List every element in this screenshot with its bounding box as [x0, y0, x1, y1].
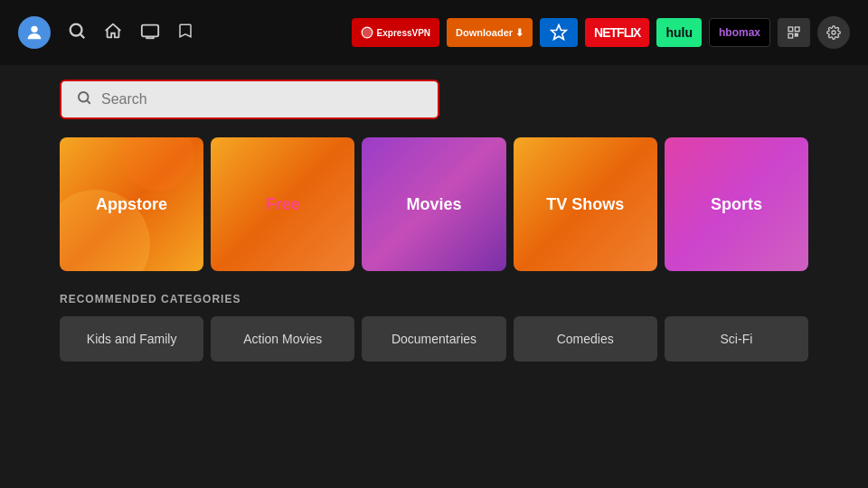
- tile-tvshows[interactable]: TV Shows: [514, 137, 657, 271]
- svg-rect-3: [142, 24, 158, 36]
- recommended-items-list: Kids and Family Action Movies Documentar…: [60, 316, 808, 361]
- svg-point-15: [79, 92, 89, 102]
- rec-documentaries-label: Documentaries: [392, 332, 476, 346]
- tv-icon[interactable]: [139, 21, 161, 45]
- cyber-badge[interactable]: [540, 18, 578, 47]
- search-input[interactable]: [101, 91, 423, 108]
- recommended-categories-section: RECOMMENDED CATEGORIES Kids and Family A…: [60, 293, 808, 361]
- app-shortcuts: ExpressVPN Downloader ⬇ NETFLIX hulu hbo…: [352, 16, 850, 49]
- downloader-label: Downloader ⬇: [456, 27, 524, 39]
- svg-rect-9: [788, 27, 793, 32]
- rec-action-movies-label: Action Movies: [243, 332, 322, 346]
- rec-comedies[interactable]: Comedies: [514, 316, 657, 361]
- tile-sports[interactable]: Sports: [665, 137, 808, 271]
- tile-movies[interactable]: Movies: [362, 137, 505, 271]
- expressvpn-label: ExpressVPN: [377, 28, 430, 38]
- search-bar-container[interactable]: [60, 80, 439, 119]
- rec-scifi[interactable]: Sci-Fi: [665, 316, 808, 361]
- home-icon[interactable]: [103, 21, 123, 45]
- category-tiles: Appstore Free Movies TV Shows Sports: [60, 137, 808, 271]
- search-icon: [76, 89, 92, 110]
- tile-free-label: Free: [266, 195, 300, 214]
- tile-appstore[interactable]: Appstore: [60, 137, 203, 271]
- hbomax-label: hbomax: [719, 26, 760, 39]
- svg-rect-11: [788, 33, 793, 38]
- main-content: Appstore Free Movies TV Shows Sports REC…: [0, 65, 868, 376]
- svg-rect-10: [795, 27, 799, 32]
- tile-free[interactable]: Free: [211, 137, 354, 271]
- rec-action-movies[interactable]: Action Movies: [211, 316, 354, 361]
- svg-line-2: [80, 34, 84, 38]
- rec-kids-family-label: Kids and Family: [87, 332, 177, 346]
- tile-appstore-label: Appstore: [96, 195, 167, 214]
- svg-point-14: [832, 31, 835, 34]
- downloader-badge[interactable]: Downloader ⬇: [447, 18, 533, 47]
- tile-movies-label: Movies: [406, 195, 461, 214]
- bookmark-icon[interactable]: [177, 21, 193, 45]
- recommended-title: RECOMMENDED CATEGORIES: [60, 293, 808, 305]
- rec-documentaries[interactable]: Documentaries: [362, 316, 505, 361]
- hbomax-badge[interactable]: hbomax: [709, 18, 770, 47]
- netflix-label: NETFLIX: [594, 25, 640, 40]
- svg-point-1: [71, 23, 82, 35]
- user-avatar[interactable]: [18, 16, 51, 49]
- svg-marker-8: [552, 25, 567, 40]
- rec-kids-family[interactable]: Kids and Family: [60, 316, 203, 361]
- hulu-label: hulu: [665, 25, 693, 40]
- svg-point-0: [31, 26, 37, 33]
- nav-left-icons: [18, 16, 193, 49]
- netflix-badge[interactable]: NETFLIX: [585, 18, 649, 47]
- rec-comedies-label: Comedies: [557, 332, 614, 346]
- svg-line-16: [87, 100, 90, 103]
- top-navigation: ExpressVPN Downloader ⬇ NETFLIX hulu hbo…: [0, 0, 868, 65]
- hulu-badge[interactable]: hulu: [656, 18, 702, 47]
- tile-sports-label: Sports: [711, 195, 762, 214]
- tile-tvshows-label: TV Shows: [546, 195, 624, 214]
- grid-view-button[interactable]: [778, 18, 810, 47]
- expressvpn-badge[interactable]: ExpressVPN: [352, 18, 439, 47]
- rec-scifi-label: Sci-Fi: [721, 332, 753, 346]
- search-nav-icon[interactable]: [67, 21, 87, 45]
- settings-button[interactable]: [817, 16, 850, 49]
